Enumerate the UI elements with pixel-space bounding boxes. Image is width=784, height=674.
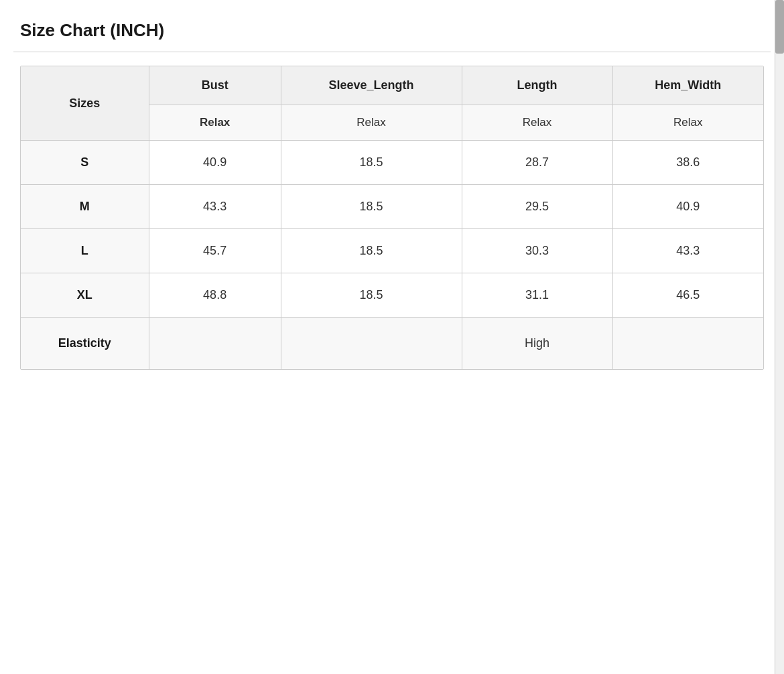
- elasticity-empty-hem: [612, 318, 763, 370]
- size-s-hem: 38.6: [612, 141, 763, 185]
- table-row: M 43.3 18.5 29.5 40.9: [21, 185, 763, 229]
- elasticity-row: Elasticity High: [21, 318, 763, 370]
- size-m-label: M: [21, 185, 149, 229]
- size-l-hem: 43.3: [612, 229, 763, 273]
- table-row: L 45.7 18.5 30.3 43.3: [21, 229, 763, 273]
- size-s-label: S: [21, 141, 149, 185]
- page-container: Size Chart (INCH) Sizes Bust: [13, 20, 771, 370]
- sizes-header: Sizes: [21, 66, 149, 141]
- size-s-length: 28.7: [462, 141, 612, 185]
- sleeve-sub: Relax: [281, 105, 462, 141]
- size-m-length: 29.5: [462, 185, 612, 229]
- size-xl-hem: 46.5: [612, 273, 763, 318]
- table-row: XL 48.8 18.5 31.1 46.5: [21, 273, 763, 318]
- size-l-label: L: [21, 229, 149, 273]
- table-row: S 40.9 18.5 28.7 38.6: [21, 141, 763, 185]
- size-chart-table: Sizes Bust Sleeve_Length Length Hem_Widt…: [21, 66, 763, 369]
- size-s-sleeve: 18.5: [281, 141, 462, 185]
- size-l-bust: 45.7: [149, 229, 281, 273]
- hem-sub: Relax: [612, 105, 763, 141]
- size-l-sleeve: 18.5: [281, 229, 462, 273]
- size-s-bust: 40.9: [149, 141, 281, 185]
- header-row: Sizes Bust Sleeve_Length Length Hem_Widt…: [21, 66, 763, 105]
- divider: [13, 52, 771, 52]
- size-chart-table-wrapper: Sizes Bust Sleeve_Length Length Hem_Widt…: [20, 66, 764, 370]
- size-xl-sleeve: 18.5: [281, 273, 462, 318]
- length-sub: Relax: [462, 105, 612, 141]
- size-m-bust: 43.3: [149, 185, 281, 229]
- length-header: Length: [462, 66, 612, 105]
- scrollbar-thumb[interactable]: [775, 0, 784, 54]
- hem-width-header: Hem_Width: [612, 66, 763, 105]
- size-m-sleeve: 18.5: [281, 185, 462, 229]
- page-title: Size Chart (INCH): [13, 20, 771, 41]
- elasticity-label: Elasticity: [21, 318, 149, 370]
- size-m-hem: 40.9: [612, 185, 763, 229]
- elasticity-empty-sleeve: [281, 318, 462, 370]
- size-xl-label: XL: [21, 273, 149, 318]
- elasticity-empty-bust: [149, 318, 281, 370]
- elasticity-value: High: [462, 318, 612, 370]
- sleeve-length-header: Sleeve_Length: [281, 66, 462, 105]
- size-xl-length: 31.1: [462, 273, 612, 318]
- size-xl-bust: 48.8: [149, 273, 281, 318]
- bust-header: Bust: [149, 66, 281, 105]
- size-l-length: 30.3: [462, 229, 612, 273]
- scrollbar[interactable]: [775, 0, 784, 674]
- bust-sub: Relax: [149, 105, 281, 141]
